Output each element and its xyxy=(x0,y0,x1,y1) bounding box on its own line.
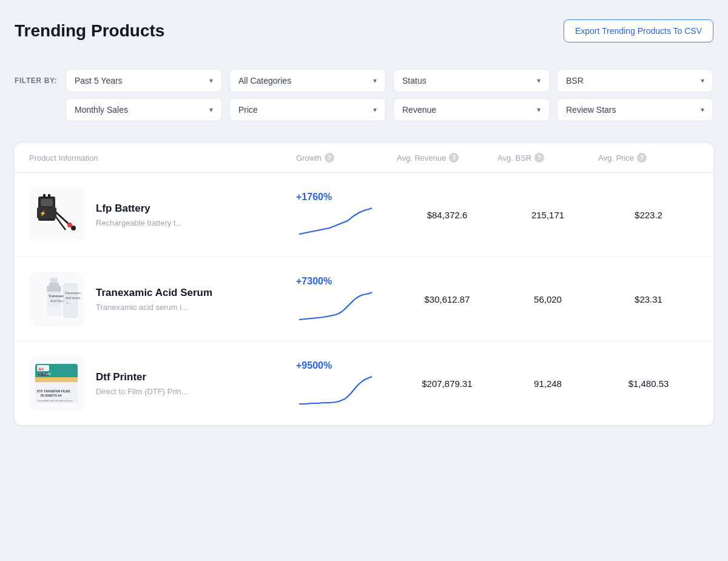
filter-row-1-inner: Past 5 Years ▾ All Categories ▾ Status ▾… xyxy=(66,69,713,92)
help-price-icon[interactable]: ? xyxy=(637,153,647,163)
growth-serum: +7300% xyxy=(296,276,397,323)
chevron-down-icon: ▾ xyxy=(701,76,704,85)
dropdown-bsr[interactable]: BSR ▾ xyxy=(557,69,713,92)
svg-rect-16 xyxy=(47,286,61,292)
dropdown-revenue[interactable]: Revenue ▾ xyxy=(393,98,550,121)
growth-dtf: +9500% xyxy=(296,360,397,407)
dropdown-price[interactable]: Price ▾ xyxy=(229,98,386,121)
chevron-down-icon: ▾ xyxy=(373,76,377,85)
svg-text:A4: A4 xyxy=(38,367,44,371)
help-growth-icon[interactable]: ? xyxy=(325,153,334,163)
svg-text:⚡: ⚡ xyxy=(39,210,47,217)
product-text-serum: Tranexamic Acid Serum Tranexamic acid se… xyxy=(96,287,212,312)
avg-revenue-dtf: $207,879.31 xyxy=(397,378,497,389)
dropdown-review-stars[interactable]: Review Stars ▾ xyxy=(557,98,713,121)
product-image-dtf: A4 50 Sheets DTF TRANSFER FILMS 50 SHEET… xyxy=(29,356,84,411)
table-row: A4 50 Sheets DTF TRANSFER FILMS 50 SHEET… xyxy=(15,341,713,425)
avg-bsr-lfp: 215,171 xyxy=(497,210,598,220)
products-table: Product Information Growth ? Avg. Revenu… xyxy=(15,143,713,425)
svg-rect-23 xyxy=(35,377,78,382)
chevron-down-icon: ▾ xyxy=(209,76,213,85)
product-info-dtf: A4 50 Sheets DTF TRANSFER FILMS 50 SHEET… xyxy=(29,356,296,411)
svg-line-7 xyxy=(55,216,66,230)
filter-row-2: Monthly Sales ▾ Price ▾ Revenue ▾ Review… xyxy=(66,98,713,121)
svg-rect-10 xyxy=(50,278,58,283)
filter-row-1: FILTER BY: Past 5 Years ▾ All Categories… xyxy=(15,69,713,92)
svg-rect-1 xyxy=(41,199,53,206)
table-row: ⚡ Lfp Battery Rechargeable battery t... … xyxy=(15,173,713,257)
svg-rect-11 xyxy=(49,283,59,286)
svg-rect-13 xyxy=(48,290,60,307)
header-avg-bsr: Avg. BSR ? xyxy=(497,153,598,163)
svg-rect-2 xyxy=(43,194,46,198)
page-header: Trending Products Export Trending Produc… xyxy=(15,19,713,42)
table-row: Tranexamic Acid Serum Tranexamic acid se… xyxy=(15,257,713,341)
filter-label: FILTER BY: xyxy=(15,76,58,85)
product-info-serum: Tranexamic Acid Serum Tranexamic acid se… xyxy=(29,272,296,326)
avg-price-lfp: $223.2 xyxy=(598,210,699,220)
header-avg-price: Avg. Price ? xyxy=(598,153,699,163)
export-button[interactable]: Export Trending Products To CSV xyxy=(564,19,713,42)
product-text-dtf: Dtf Printer Direct to Film (DTF) Prin... xyxy=(96,371,188,396)
chevron-down-icon: ▾ xyxy=(537,106,541,114)
avg-revenue-serum: $30,612.87 xyxy=(397,294,497,304)
table-header: Product Information Growth ? Avg. Revenu… xyxy=(15,143,713,173)
svg-text:50 Sheets: 50 Sheets xyxy=(39,372,52,375)
filter-section: FILTER BY: Past 5 Years ▾ All Categories… xyxy=(15,59,713,133)
svg-point-6 xyxy=(71,226,76,230)
avg-price-serum: $23.31 xyxy=(598,294,699,304)
product-image-lfp: ⚡ xyxy=(29,187,84,242)
dropdown-monthly-sales[interactable]: Monthly Sales ▾ xyxy=(66,98,222,121)
growth-lfp: +1760% xyxy=(296,192,397,238)
dropdown-time[interactable]: Past 5 Years ▾ xyxy=(66,69,222,92)
svg-text:acid serum: acid serum xyxy=(66,296,80,300)
chevron-down-icon: ▾ xyxy=(537,76,541,85)
header-growth: Growth ? xyxy=(296,153,397,163)
help-revenue-icon[interactable]: ? xyxy=(449,153,459,163)
product-text-lfp: Lfp Battery Rechargeable battery t... xyxy=(96,203,182,227)
header-product-info: Product Information xyxy=(29,153,296,163)
chevron-down-icon: ▾ xyxy=(373,106,377,114)
svg-text:DTF TRANSFER FILMS: DTF TRANSFER FILMS xyxy=(37,389,70,393)
svg-text:Tranexamic: Tranexamic xyxy=(65,291,81,295)
svg-text:50 SHEETS A4: 50 SHEETS A4 xyxy=(41,394,62,397)
product-image-serum: Tranexamic Acid Serum Tranexamic acid se… xyxy=(29,272,84,326)
chevron-down-icon: ▾ xyxy=(701,106,704,114)
avg-bsr-serum: 56,020 xyxy=(497,294,598,304)
header-avg-revenue: Avg. Revenue ? xyxy=(397,153,497,163)
help-bsr-icon[interactable]: ? xyxy=(534,153,544,163)
avg-price-dtf: $1,480.53 xyxy=(598,378,699,389)
svg-text:Compatible with all inkjet pri: Compatible with all inkjet printers xyxy=(37,399,72,402)
svg-text:i...: i... xyxy=(67,301,70,304)
chevron-down-icon: ▾ xyxy=(209,106,213,114)
dropdown-status[interactable]: Status ▾ xyxy=(393,69,550,92)
svg-rect-17 xyxy=(64,284,77,317)
avg-revenue-lfp: $84,372.6 xyxy=(397,210,497,220)
avg-bsr-dtf: 91,248 xyxy=(497,378,598,389)
page-title: Trending Products xyxy=(15,21,164,41)
svg-rect-3 xyxy=(48,194,50,198)
dropdown-category[interactable]: All Categories ▾ xyxy=(229,69,386,92)
product-info-lfp: ⚡ Lfp Battery Rechargeable battery t... xyxy=(29,187,296,242)
